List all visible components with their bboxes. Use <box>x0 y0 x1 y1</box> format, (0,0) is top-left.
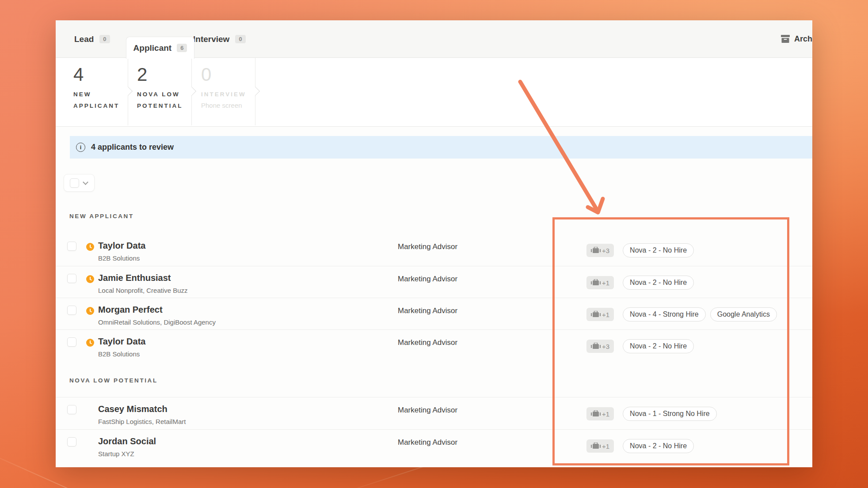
review-banner: i 4 applicants to review <box>70 136 812 159</box>
briefcase-icon <box>591 311 601 318</box>
candidate-company: FastShip Logistics, RetailMart <box>98 418 186 425</box>
candidate-name[interactable]: Casey Mismatch <box>98 404 168 414</box>
candidate-chips: +1 Nova - 1 - Strong No Hire <box>586 407 717 421</box>
tab-interview[interactable]: Interview 0 <box>193 20 246 58</box>
candidate-name[interactable]: Morgan Perfect <box>98 305 163 315</box>
other-jobs-count: +1 <box>602 410 609 418</box>
candidate-role: Marketing Advisor <box>398 438 457 447</box>
briefcase-icon <box>591 443 601 450</box>
other-jobs-badge: +1 <box>586 407 614 420</box>
candidate-chips: +3 Nova - 2 - No Hire <box>586 339 694 353</box>
candidate-company: Startup XYZ <box>98 450 134 458</box>
tab-interview-count-badge: 0 <box>235 35 245 43</box>
select-all-control[interactable] <box>64 174 95 192</box>
candidate-company: B2B Solutions <box>98 350 140 358</box>
pending-clock-icon <box>86 243 94 251</box>
row-checkbox[interactable] <box>67 437 76 446</box>
row-checkbox[interactable] <box>67 242 76 251</box>
stage-nova-low-potential-count: 2 <box>137 64 147 85</box>
rating-pill: Nova - 2 - No Hire <box>623 339 694 353</box>
rating-pill: Nova - 2 - No Hire <box>623 276 694 290</box>
section-title-nova-low-potential: NOVA LOW POTENTIAL <box>69 377 158 384</box>
section-title-new-applicant: NEW APPLICANT <box>69 213 134 219</box>
stage-strip: 4 NEW APPLICANT 2 NOVA LOW POTENTIAL 0 I… <box>56 58 812 127</box>
rating-pill: Nova - 1 - Strong No Hire <box>623 407 717 421</box>
archived-label: Archived <box>794 34 812 44</box>
candidate-company: Local Nonprofit, Creative Buzz <box>98 287 188 294</box>
candidate-role: Marketing Advisor <box>398 242 457 251</box>
stage-interview-count: 0 <box>201 64 211 85</box>
candidate-chips: +3 Nova - 2 - No Hire <box>586 243 694 257</box>
candidate-name[interactable]: Taylor Data <box>98 337 145 347</box>
chevron-down-icon[interactable] <box>83 179 88 185</box>
archived-button[interactable]: Archived <box>781 20 812 58</box>
tab-lead-label: Lead <box>74 34 94 44</box>
briefcase-icon <box>591 247 601 254</box>
briefcase-icon <box>591 343 601 350</box>
stage-interview-sublabel: Phone screen <box>201 100 267 111</box>
candidate-row[interactable]: Morgan Perfect OmniRetail Solutions, Dig… <box>56 298 812 329</box>
other-jobs-badge: +1 <box>586 308 614 321</box>
rating-pill: Google Analytics <box>710 307 777 322</box>
pending-clock-icon <box>86 339 94 347</box>
row-checkbox[interactable] <box>67 337 76 347</box>
candidate-role: Marketing Advisor <box>398 338 457 347</box>
tab-lead-count-badge: 0 <box>99 35 110 43</box>
candidate-chips: +1 Nova - 2 - No Hire <box>586 439 694 453</box>
row-checkbox[interactable] <box>67 405 76 414</box>
candidate-role: Marketing Advisor <box>398 306 457 315</box>
rating-pill: Nova - 2 - No Hire <box>623 243 694 257</box>
stage-nova-low-potential-label: NOVA LOW <box>137 89 203 100</box>
candidate-company: B2B Solutions <box>98 254 140 262</box>
desktop-wallpaper: Lead 0 Interview 0 Archived Applicant 6 <box>0 0 868 488</box>
candidate-row[interactable]: Jordan Social Startup XYZ Marketing Advi… <box>56 429 812 461</box>
other-jobs-count: +1 <box>602 279 609 287</box>
other-jobs-count: +3 <box>602 343 609 350</box>
other-jobs-badge: +3 <box>586 244 614 257</box>
briefcase-icon <box>591 279 601 286</box>
candidate-row[interactable]: Casey Mismatch FastShip Logistics, Retai… <box>56 397 812 429</box>
rating-pill: Nova - 2 - No Hire <box>623 439 694 453</box>
other-jobs-count: +1 <box>602 443 609 450</box>
ats-window: Lead 0 Interview 0 Archived Applicant 6 <box>56 20 812 467</box>
other-jobs-count: +3 <box>602 247 609 254</box>
candidate-chips: +1 Nova - 4 - Strong Hire Google Analyti… <box>586 307 777 322</box>
row-checkbox[interactable] <box>67 306 76 315</box>
other-jobs-badge: +1 <box>586 439 614 453</box>
other-jobs-badge: +1 <box>586 276 614 289</box>
row-checkbox[interactable] <box>67 274 76 283</box>
tab-applicant[interactable]: Applicant 6 <box>126 37 194 59</box>
info-icon: i <box>76 143 85 152</box>
tab-applicant-label: Applicant <box>133 43 172 53</box>
candidate-name[interactable]: Jamie Enthusiast <box>98 273 171 283</box>
pending-clock-icon <box>86 275 94 283</box>
tab-applicant-count-badge: 6 <box>177 44 187 52</box>
review-banner-text: 4 applicants to review <box>91 143 174 152</box>
archive-box-icon <box>781 35 790 43</box>
stage-new-applicant-label: APPLICANT <box>73 100 140 112</box>
briefcase-icon <box>591 410 601 417</box>
stage-nova-low-potential-label: POTENTIAL <box>137 100 203 112</box>
candidate-name[interactable]: Taylor Data <box>98 241 145 251</box>
candidate-chips: +1 Nova - 2 - No Hire <box>586 276 694 290</box>
candidate-name[interactable]: Jordan Social <box>98 436 156 446</box>
pending-clock-icon <box>86 307 94 315</box>
rating-pill: Nova - 4 - Strong Hire <box>623 307 706 322</box>
stage-new-applicant-count: 4 <box>73 64 84 85</box>
tab-interview-label: Interview <box>193 34 229 44</box>
stage-interview-label: INTERVIEW <box>201 89 267 100</box>
candidate-row[interactable]: Taylor Data B2B Solutions Marketing Advi… <box>56 234 812 266</box>
candidate-role: Marketing Advisor <box>398 275 457 284</box>
other-jobs-count: +1 <box>602 311 609 318</box>
candidate-company: OmniRetail Solutions, DigiBoost Agency <box>98 318 216 326</box>
stage-new-applicant-label: NEW <box>73 89 140 100</box>
candidate-row[interactable]: Jamie Enthusiast Local Nonprofit, Creati… <box>56 266 812 298</box>
candidate-role: Marketing Advisor <box>398 406 457 415</box>
other-jobs-badge: +3 <box>586 340 614 353</box>
candidate-row[interactable]: Taylor Data B2B Solutions Marketing Advi… <box>56 329 812 361</box>
tab-lead[interactable]: Lead 0 <box>74 20 110 58</box>
select-all-checkbox[interactable] <box>70 178 79 188</box>
